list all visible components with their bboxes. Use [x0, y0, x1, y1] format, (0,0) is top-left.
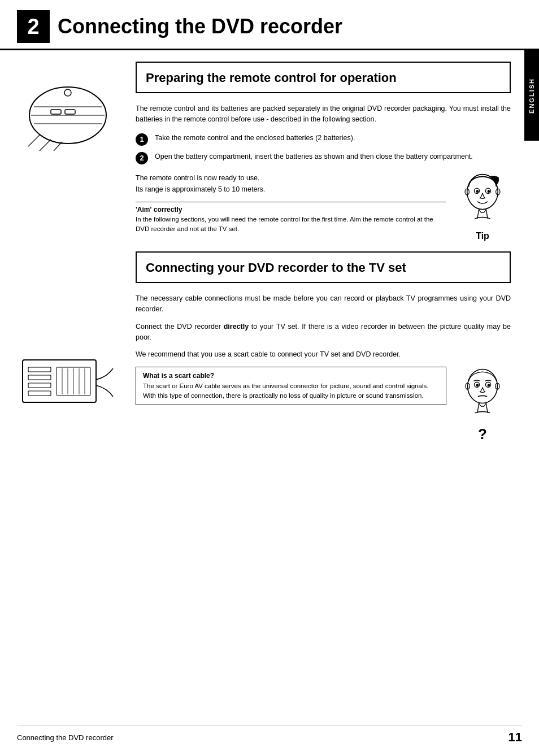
svg-line-29	[486, 209, 488, 218]
section2-box: Connecting your DVD recorder to the TV s…	[136, 251, 511, 283]
page-header: 2 Connecting the DVD recorder	[0, 0, 539, 50]
step-2-text: Open the battery compartment, insert the…	[155, 151, 473, 162]
dvd-recorder-illustration	[20, 351, 116, 415]
chapter-number: 2	[17, 10, 50, 43]
svg-point-34	[488, 384, 490, 386]
section2-para2-before: Connect the DVD recorder	[136, 323, 224, 331]
section2-para2-bold: directly	[224, 323, 249, 331]
svg-rect-11	[28, 367, 51, 372]
svg-rect-12	[28, 375, 51, 380]
question-area: What is a scart cable? The scart or Euro…	[136, 367, 511, 443]
footer-page-number: 11	[508, 730, 522, 745]
svg-point-6	[64, 89, 71, 96]
ready-line2: Its range is approximately 5 to 10 meter…	[136, 185, 265, 193]
tip-note-title: 'Aim' correctly	[136, 206, 446, 214]
language-tab: ENGLISH	[524, 50, 539, 141]
question-person-illustration	[457, 367, 508, 423]
step-2: 2 Open the battery compartment, insert t…	[136, 151, 511, 164]
question-box-title: What is a scart cable?	[143, 372, 439, 380]
section2-para1: The necessary cable connections must be …	[136, 293, 511, 315]
page-footer: Connecting the DVD recorder 11	[17, 725, 522, 745]
section1-title: Preparing the remote control for operati…	[146, 71, 501, 85]
language-label: ENGLISH	[528, 78, 535, 114]
svg-rect-10	[23, 360, 96, 402]
tip-area: The remote control is now ready to use. …	[136, 172, 511, 241]
question-box: What is a scart cable? The scart or Euro…	[136, 367, 446, 405]
tip-note: 'Aim' correctly In the following section…	[136, 202, 446, 233]
tip-label: Tip	[476, 231, 489, 241]
svg-line-28	[477, 209, 479, 218]
ready-text: The remote control is now ready to use. …	[136, 172, 446, 195]
svg-point-30	[468, 370, 498, 403]
svg-rect-13	[28, 383, 51, 388]
svg-point-33	[476, 384, 479, 386]
svg-line-37	[477, 403, 479, 413]
question-box-body: The scart or Euro AV cable serves as the…	[143, 381, 439, 400]
question-label: ?	[478, 425, 487, 443]
section2-title: Connecting your DVD recorder to the TV s…	[146, 260, 501, 275]
svg-point-25	[488, 190, 490, 193]
step-1-number: 1	[136, 133, 148, 146]
footer-left-text: Connecting the DVD recorder	[17, 733, 114, 742]
svg-line-8	[40, 140, 51, 151]
section1-intro: The remote control and its batteries are…	[136, 103, 511, 125]
tip-person-illustration	[457, 172, 508, 229]
ready-line1: The remote control is now ready to use.	[136, 174, 260, 182]
section2-para3: We recommend that you use a scart cable …	[136, 349, 511, 360]
right-column: Preparing the remote control for operati…	[124, 50, 539, 460]
tip-note-body: In the following sections, you will need…	[136, 215, 446, 233]
main-content: Preparing the remote control for operati…	[0, 50, 539, 460]
tip-text-column: The remote control is now ready to use. …	[136, 172, 446, 233]
section1-box: Preparing the remote control for operati…	[136, 62, 511, 93]
left-column	[0, 50, 124, 460]
steps-list: 1 Take the remote control and the enclos…	[136, 133, 511, 164]
svg-rect-5	[65, 110, 75, 114]
svg-point-24	[476, 190, 479, 193]
tip-image-column: Tip	[454, 172, 511, 241]
remote-control-illustration	[23, 79, 113, 154]
svg-rect-14	[28, 391, 51, 396]
step-1-text: Take the remote control and the enclosed…	[155, 133, 355, 144]
svg-rect-4	[51, 110, 61, 114]
svg-line-7	[28, 135, 40, 146]
svg-line-38	[486, 403, 488, 413]
question-image-column: ?	[454, 367, 511, 443]
step-1: 1 Take the remote control and the enclos…	[136, 133, 511, 146]
section2-para2: Connect the DVD recorder directly to you…	[136, 321, 511, 343]
step-2-number: 2	[136, 152, 148, 164]
page-title: Connecting the DVD recorder	[58, 15, 342, 38]
